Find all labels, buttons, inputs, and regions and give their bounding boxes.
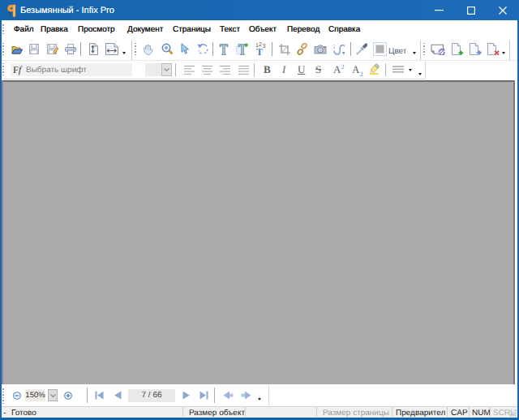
svg-text:T: T <box>256 46 263 56</box>
